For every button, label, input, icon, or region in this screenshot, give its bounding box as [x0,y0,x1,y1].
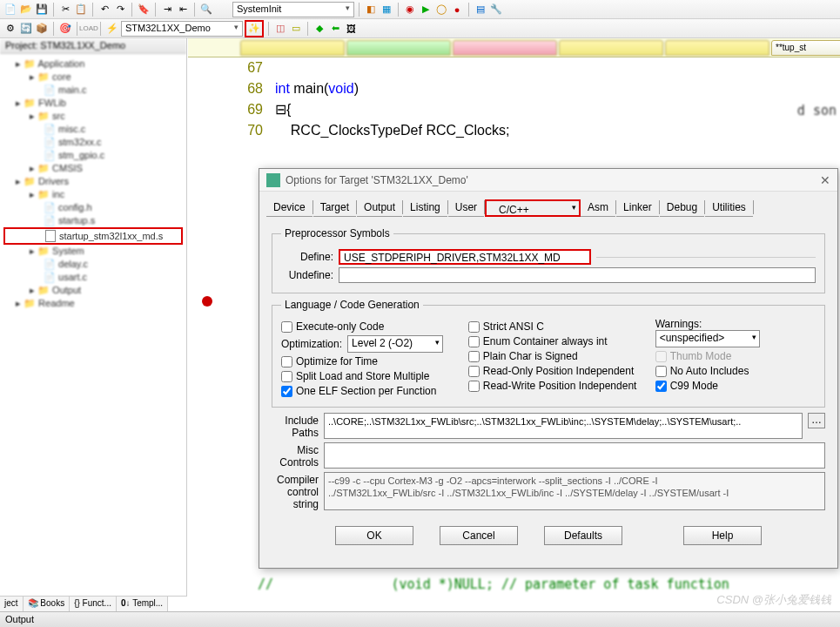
editor-tab[interactable] [453,40,557,56]
cancel-button[interactable]: Cancel [440,526,518,545]
dialog-titlebar: Options for Target 'STM32L1XX_Demo' ✕ [259,169,837,192]
enum-container-check[interactable]: Enum Container always int [468,335,647,347]
tab-templates[interactable]: 0↓ Templ... [117,597,168,611]
tab-project[interactable]: ject [0,597,24,611]
cut-icon[interactable]: ✂ [58,3,72,17]
tab-debug[interactable]: Debug [660,199,704,217]
target-icon[interactable]: 🎯 [58,22,72,36]
tab-listing[interactable]: Listing [403,199,447,217]
toolbar-row-1: 📄 📂 💾 ✂ 📋 ↶ ↷ 🔖 ⇥ ⇤ 🔍 SystemInit ◧ ▦ ◉ ▶… [0,0,840,19]
tab-user[interactable]: User [448,199,484,217]
editor-tab[interactable] [346,40,451,56]
load-icon[interactable]: LOAD [82,22,96,36]
editor-tabs: **tup_st [188,38,840,57]
debug-icon[interactable]: ◉ [403,3,417,17]
ok-button[interactable]: OK [335,526,413,545]
plain-char-check[interactable]: Plain Char is Signed [468,350,647,362]
outdent-icon[interactable]: ⇤ [176,3,190,17]
undo-icon[interactable]: ↶ [97,3,111,17]
lang-legend: Language / Code Generation [281,299,423,311]
back-icon[interactable]: ⬅ [328,22,342,36]
build-icon[interactable]: ⚙ [3,22,17,36]
tree-file-startup[interactable]: startup_stm32l1xx_md.s [3,227,183,245]
tab-asm[interactable]: Asm [581,199,615,217]
compiler-string-output: --c99 -c --cpu Cortex-M3 -g -O2 --apcs=i… [324,472,825,510]
bookmark-icon[interactable]: 🔖 [137,3,151,17]
misc-controls-label: Misc Controls [272,442,319,469]
project-panel: Project: STM32L1XX_Demo ▸ 📁 Application … [0,38,187,596]
warnings-select[interactable]: <unspecified> [655,330,760,347]
dialog-title: Options for Target 'STM32L1XX_Demo' [286,174,468,186]
project-combo[interactable]: STM32L1XX_Demo [121,21,243,37]
indent-icon[interactable]: ⇥ [160,3,174,17]
dialog-tabs: Device Target Output Listing User C/C++ … [259,192,837,217]
code-text[interactable]: int main(void) ⊟{ RCC_ClocksTypeDef RCC_… [275,57,840,141]
editor-tab-startup[interactable]: **tup_st [771,40,840,56]
tab-target[interactable]: Target [313,199,356,217]
manage-icon[interactable]: ◫ [273,22,287,36]
one-elf-check[interactable]: One ELF Section per Function [281,385,460,397]
go-icon[interactable]: ◆ [312,22,326,36]
optimization-select[interactable]: Level 2 (-O2) [347,335,443,353]
book-icon[interactable]: ▭ [289,22,303,36]
tab-device[interactable]: Device [266,199,312,217]
tab-utilities[interactable]: Utilities [705,199,753,217]
close-icon[interactable]: ✕ [820,173,830,187]
strict-ansi-check[interactable]: Strict ANSI C [468,320,647,333]
code-fragment: d son [797,103,837,118]
editor-tab[interactable] [240,40,345,56]
readwrite-pi-check[interactable]: Read-Write Position Independent [468,380,647,392]
batch-icon[interactable]: 📦 [35,22,49,36]
include-paths-label: Include Paths [272,413,319,439]
defaults-button[interactable]: Defaults [544,526,622,545]
tab-functions[interactable]: {} Funct... [70,597,117,611]
undefine-input[interactable] [339,267,816,283]
tools-icon[interactable]: 🔧 [489,3,503,17]
open-icon[interactable]: 📂 [19,3,33,17]
define-label: Define: [281,251,333,263]
panel-tabs: ject 📚 Books {} Funct... 0↓ Templ... [0,596,187,611]
toolbar-row-2: ⚙ 🔄 📦 🎯 LOAD ⚡ STM32L1XX_Demo ✨ ◫ ▭ ◆ ⬅ … [0,19,840,38]
include-paths-input[interactable]: ..\CORE;..\STM32L1xx_FWLib\src;..\STM32L… [324,413,803,439]
options-dialog: Options for Target 'STM32L1XX_Demo' ✕ De… [259,168,838,569]
config-b-icon[interactable]: ▦ [380,3,393,17]
step-icon[interactable]: ● [450,3,464,17]
config-a-icon[interactable]: ◧ [364,3,378,17]
tab-ccpp[interactable]: C/C++ [485,199,581,217]
misc-controls-input[interactable] [324,442,825,469]
misc-icon[interactable]: 🖼 [344,22,358,36]
preproc-legend: Preprocessor Symbols [281,227,393,239]
project-tree[interactable]: ▸ 📁 Application ▸ 📁 core 📄 main.c ▸ 📁 FW… [0,54,186,314]
browse-icon[interactable]: … [808,413,825,428]
tab-output[interactable]: Output [357,199,402,217]
copy-icon[interactable]: 📋 [74,3,88,17]
define-input[interactable]: USE_STDPERIPH_DRIVER,STM32L1XX_MD [339,249,591,265]
opt-label: Optimization: [281,338,342,350]
rebuild-icon[interactable]: 🔄 [19,22,33,36]
c99-mode-check[interactable]: C99 Mode [655,380,816,392]
redo-icon[interactable]: ↷ [113,3,127,17]
flash-icon[interactable]: ⚡ [105,22,119,36]
tab-books[interactable]: 📚 Books [24,597,71,611]
undefine-label: Undefine: [281,269,333,281]
split-load-check[interactable]: Split Load and Store Multiple [281,370,460,382]
run-icon[interactable]: ▶ [419,3,433,17]
no-auto-inc-check[interactable]: No Auto Includes [655,365,816,377]
warnings-label: Warnings: [655,318,816,330]
tab-linker[interactable]: Linker [616,199,659,217]
opt-time-check[interactable]: Optimize for Time [281,355,460,367]
keil-icon [266,173,280,187]
magic-wand-icon[interactable]: ✨ [245,20,264,37]
readonly-pi-check[interactable]: Read-Only Position Independent [468,365,647,377]
systeminit-combo[interactable]: SystemInit [232,2,354,17]
window-icon[interactable]: ▤ [474,3,487,17]
breakpoint-icon[interactable] [202,296,212,307]
stop-icon[interactable]: ◯ [434,3,448,17]
new-icon[interactable]: 📄 [3,3,17,17]
help-button[interactable]: Help [683,526,762,545]
save-icon[interactable]: 💾 [35,3,49,17]
editor-tab[interactable] [665,40,769,56]
find-icon[interactable]: 🔍 [199,3,213,17]
exec-only-check[interactable]: Execute-only Code [281,320,460,333]
editor-tab[interactable] [559,40,663,56]
